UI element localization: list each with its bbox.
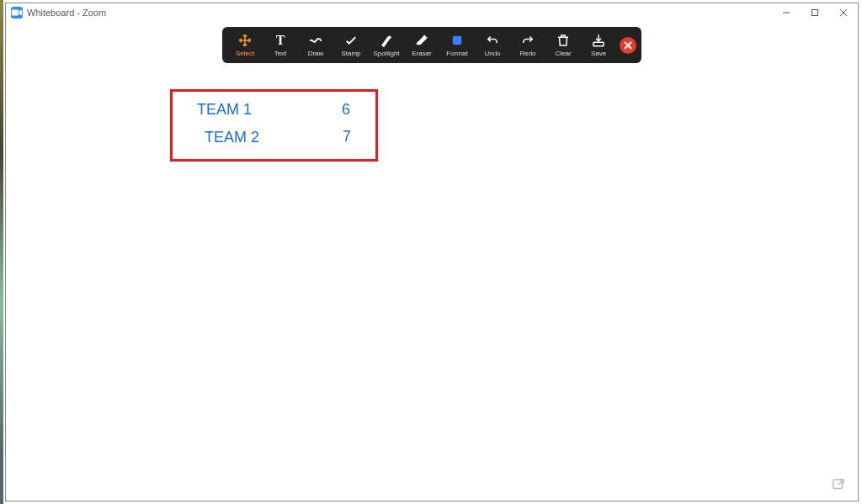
tool-label: Stamp [341, 50, 360, 57]
whiteboard-canvas[interactable]: TEAM 1 6 TEAM 2 7 [6, 62, 858, 501]
team2-score[interactable]: 7 [343, 128, 351, 146]
maximize-button[interactable] [801, 3, 829, 22]
text-tool[interactable]: T Text [263, 30, 298, 60]
zoom-whiteboard-window: Whiteboard - Zoom Select T Text Draw [5, 3, 859, 501]
close-window-button[interactable] [829, 3, 858, 22]
spotlight-tool[interactable]: Spotlight [369, 30, 404, 60]
tool-label: Redo [519, 50, 535, 57]
spotlight-icon [379, 32, 394, 49]
trash-icon [556, 32, 571, 49]
svg-rect-0 [12, 10, 19, 16]
save-icon [591, 32, 606, 49]
toolbar-wrap: Select T Text Draw Stamp Spotlight Erase… [6, 27, 858, 63]
redo-tool[interactable]: Redo [510, 30, 545, 60]
titlebar[interactable]: Whiteboard - Zoom [6, 3, 858, 22]
eraser-icon [414, 32, 429, 49]
wave-icon [308, 32, 323, 49]
format-tool[interactable]: Format [439, 30, 475, 60]
tool-label: Format [446, 50, 467, 57]
draw-tool[interactable]: Draw [298, 30, 333, 60]
redo-icon [520, 32, 535, 49]
window-title: Whiteboard - Zoom [27, 8, 106, 18]
team1-label[interactable]: TEAM 1 [197, 101, 252, 119]
rectangle-shape[interactable] [170, 89, 378, 162]
svg-point-5 [388, 35, 391, 39]
stamp-tool[interactable]: Stamp [333, 30, 369, 60]
undo-icon [485, 32, 500, 49]
camera-icon [11, 7, 23, 19]
move-icon [237, 32, 253, 49]
share-icon[interactable] [831, 477, 846, 492]
undo-tool[interactable]: Undo [475, 30, 510, 60]
tool-label: Spotlight [373, 50, 399, 57]
team2-label[interactable]: TEAM 2 [205, 129, 259, 146]
tool-label: Eraser [412, 50, 432, 57]
tool-label: Clear [555, 50, 571, 57]
close-toolbar-button[interactable] [620, 37, 636, 54]
desktop-edge [0, 0, 3, 504]
annotation-toolbar: Select T Text Draw Stamp Spotlight Erase… [222, 27, 641, 63]
format-square-icon [450, 32, 465, 49]
svg-rect-7 [593, 42, 604, 46]
tool-label: Draw [308, 50, 324, 57]
svg-rect-6 [453, 36, 462, 45]
clear-tool[interactable]: Clear [545, 30, 581, 60]
tool-label: Save [591, 50, 606, 57]
team1-score[interactable]: 6 [342, 101, 350, 119]
close-icon [624, 41, 632, 50]
minimize-button[interactable] [772, 3, 801, 22]
svg-rect-2 [812, 10, 818, 16]
tool-label: Undo [484, 50, 500, 57]
select-tool[interactable]: Select [227, 30, 263, 60]
window-controls [772, 3, 858, 22]
checkmark-icon [343, 32, 359, 49]
tool-label: Text [274, 50, 287, 57]
svg-rect-10 [833, 480, 843, 489]
save-tool[interactable]: Save [581, 30, 616, 60]
zoom-app-icon [11, 7, 23, 19]
text-icon: T [276, 32, 285, 49]
tool-label: Select [236, 50, 254, 57]
eraser-tool[interactable]: Eraser [404, 30, 439, 60]
